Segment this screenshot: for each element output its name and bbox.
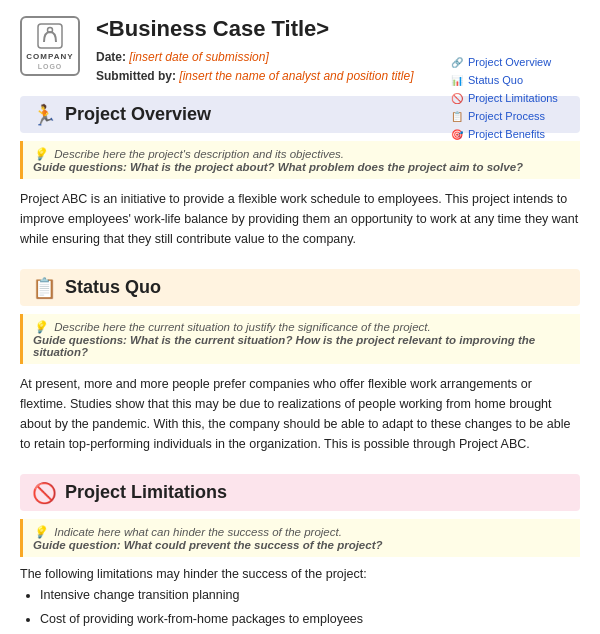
limitations-guide-bulb-icon: 💡	[33, 526, 47, 538]
toc-item-status-quo[interactable]: 📊 Status Quo	[450, 73, 590, 87]
svg-point-1	[48, 28, 53, 33]
guide-bulb-icon: 💡	[33, 148, 47, 160]
date-label: Date:	[96, 50, 126, 64]
submitted-label: Submitted by:	[96, 69, 176, 83]
status-guide-box: 💡 Describe here the current situation to…	[20, 314, 580, 364]
limitations-guide-bold: Guide question: What could prevent the s…	[33, 539, 383, 551]
logo-company-text: COMPANY	[26, 52, 73, 61]
limitations-list-intro: The following limitations may hinder the…	[20, 567, 580, 581]
status-guide-text: Describe here the current situation to j…	[54, 321, 431, 333]
overview-guide-bold: Guide questions: What is the project abo…	[33, 161, 523, 173]
toc-status-label: Status Quo	[468, 74, 523, 86]
overview-guide-box: 💡 Describe here the project's descriptio…	[20, 141, 580, 179]
section-status-quo: 📋 Status Quo 💡 Describe here the current…	[20, 269, 580, 454]
toc-benefits-icon: 🎯	[450, 127, 464, 141]
limitations-title: Project Limitations	[65, 482, 227, 503]
overview-body: Project ABC is an initiative to provide …	[20, 189, 580, 249]
status-guide-bulb-icon: 💡	[33, 321, 47, 333]
table-of-contents: 🔗 Project Overview 📊 Status Quo 🚫 Projec…	[450, 55, 590, 145]
toc-process-label: Project Process	[468, 110, 545, 122]
toc-limitations-icon: 🚫	[450, 91, 464, 105]
toc-item-overview[interactable]: 🔗 Project Overview	[450, 55, 590, 69]
overview-guide-text: Describe here the project's description …	[54, 148, 344, 160]
toc-process-icon: 📋	[450, 109, 464, 123]
business-case-title: <Business Case Title>	[96, 16, 580, 42]
section-limitations: 🚫 Project Limitations 💡 Indicate here wh…	[20, 474, 580, 634]
limitations-guide-box: 💡 Indicate here what can hinder the succ…	[20, 519, 580, 557]
overview-title: Project Overview	[65, 104, 211, 125]
status-guide-bold: Guide questions: What is the current sit…	[33, 334, 535, 358]
company-logo: COMPANY LOGO	[20, 16, 80, 76]
status-title: Status Quo	[65, 277, 161, 298]
toc-item-limitations[interactable]: 🚫 Project Limitations	[450, 91, 590, 105]
limitations-guide-text: Indicate here what can hinder the succes…	[54, 526, 342, 538]
list-item: Cost of providing work-from-home package…	[40, 609, 580, 630]
section-status-header: 📋 Status Quo	[20, 269, 580, 306]
date-value: [insert date of submission]	[129, 50, 268, 64]
toc-item-benefits[interactable]: 🎯 Project Benefits	[450, 127, 590, 141]
toc-overview-icon: 🔗	[450, 55, 464, 69]
status-body: At present, more and more people prefer …	[20, 374, 580, 454]
list-item: Intensive change transition planning	[40, 585, 580, 606]
logo-sub-text: LOGO	[38, 63, 63, 70]
main-content: 🏃 Project Overview 💡 Describe here the p…	[0, 96, 600, 634]
status-section-icon: 📋	[32, 278, 57, 298]
toc-benefits-label: Project Benefits	[468, 128, 545, 140]
submitted-value: [insert the name of analyst and position…	[179, 69, 413, 83]
overview-section-icon: 🏃	[32, 105, 57, 125]
toc-overview-label: Project Overview	[468, 56, 551, 68]
toc-status-icon: 📊	[450, 73, 464, 87]
logo-svg	[36, 22, 64, 50]
section-limitations-header: 🚫 Project Limitations	[20, 474, 580, 511]
toc-limitations-label: Project Limitations	[468, 92, 558, 104]
limitations-section-icon: 🚫	[32, 483, 57, 503]
limitations-list: Intensive change transition planning Cos…	[40, 585, 580, 634]
toc-item-process[interactable]: 📋 Project Process	[450, 109, 590, 123]
